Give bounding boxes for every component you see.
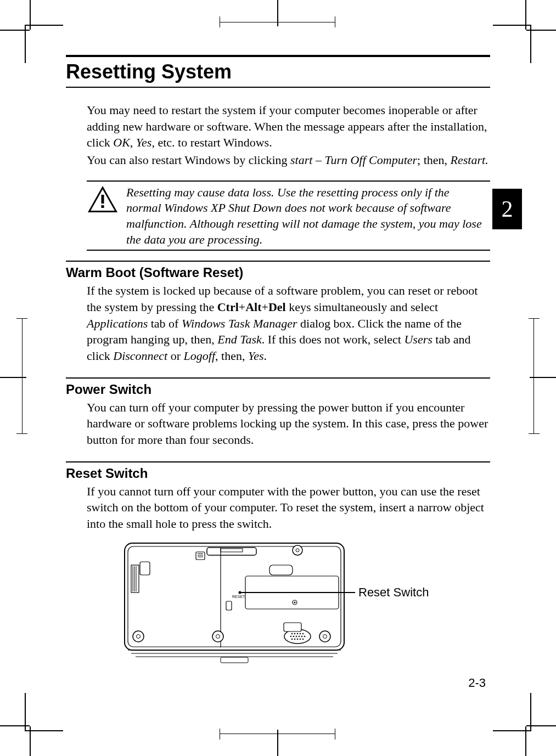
text-italic: Yes bbox=[136, 136, 152, 149]
text-italic: Users bbox=[404, 332, 432, 346]
power-switch-body: You can turn off your computer by pressi… bbox=[87, 399, 490, 448]
text: , bbox=[130, 136, 136, 149]
text-bold: Del bbox=[268, 300, 286, 314]
svg-rect-10 bbox=[140, 562, 150, 575]
section-heading-warm-boot: Warm Boot (Software Reset) bbox=[66, 261, 490, 280]
cropmark bbox=[529, 433, 540, 434]
text-bold: Ctrl bbox=[217, 300, 239, 314]
text: ; then, bbox=[417, 153, 451, 167]
text-italic: Yes bbox=[248, 349, 264, 363]
svg-rect-2 bbox=[102, 195, 104, 204]
section-heading-reset-switch: Reset Switch bbox=[66, 461, 490, 481]
page: 2 Resetting System You may need to resta… bbox=[0, 0, 556, 756]
laptop-bottom-diagram: RESET Reset Switch bbox=[66, 538, 490, 672]
warning-note: Resetting may cause data loss. Use the r… bbox=[87, 180, 490, 251]
svg-point-29 bbox=[294, 633, 295, 634]
intro-paragraph-1: You may need to restart the system if yo… bbox=[87, 102, 490, 151]
intro-body: You may need to restart the system if yo… bbox=[87, 102, 490, 251]
warning-icon bbox=[87, 185, 119, 213]
section-heading-power-switch: Power Switch bbox=[66, 377, 490, 397]
cropmark bbox=[335, 16, 335, 27]
svg-point-41 bbox=[297, 639, 298, 640]
warning-text: Resetting may cause data loss. Use the r… bbox=[126, 185, 490, 247]
reset-switch-body: If you cannot turn off your computer wit… bbox=[87, 483, 490, 532]
text-italic: Restart. bbox=[451, 153, 488, 167]
svg-point-33 bbox=[290, 636, 291, 637]
svg-rect-52 bbox=[221, 657, 248, 663]
svg-point-34 bbox=[293, 636, 294, 637]
svg-point-22 bbox=[136, 634, 140, 638]
cropmark bbox=[25, 693, 63, 731]
text-italic: Applications bbox=[87, 317, 148, 330]
svg-rect-12 bbox=[221, 549, 243, 552]
cropmark bbox=[25, 25, 63, 63]
svg-point-40 bbox=[294, 639, 295, 640]
cropmark bbox=[493, 693, 531, 731]
svg-rect-3 bbox=[102, 205, 104, 208]
text: + bbox=[262, 300, 268, 314]
intro-paragraph-2: You can also restart Windows by clicking… bbox=[87, 152, 490, 168]
text: + bbox=[239, 300, 245, 314]
svg-point-24 bbox=[216, 634, 220, 638]
text: . bbox=[263, 349, 267, 363]
text-italic: start – Turn Off Computer bbox=[290, 153, 417, 167]
text-italic: OK bbox=[113, 136, 130, 149]
svg-point-45 bbox=[238, 591, 241, 594]
svg-point-26 bbox=[323, 634, 327, 638]
cropmark bbox=[220, 734, 335, 734]
svg-point-48 bbox=[294, 601, 295, 603]
text: tab of bbox=[148, 317, 182, 330]
text-bold: Alt bbox=[245, 300, 261, 314]
content-area: Resetting System You may need to restart… bbox=[66, 55, 490, 696]
cropmark bbox=[220, 729, 220, 740]
page-number: 2-3 bbox=[468, 676, 486, 690]
text-italic: End Task bbox=[217, 332, 261, 346]
svg-point-35 bbox=[296, 636, 297, 637]
svg-point-39 bbox=[291, 639, 293, 640]
cropmark bbox=[220, 22, 335, 22]
svg-point-30 bbox=[297, 633, 298, 634]
svg-point-42 bbox=[300, 639, 301, 640]
svg-point-38 bbox=[304, 636, 305, 637]
text-italic: Logoff bbox=[184, 349, 215, 363]
text: You can also restart Windows by clicking bbox=[87, 153, 290, 167]
text: . If this does not work, select bbox=[262, 332, 405, 346]
text-italic: Disconnect bbox=[113, 349, 167, 363]
text-italic: Windows Task Manager bbox=[182, 317, 297, 330]
text: keys simultaneously and select bbox=[286, 300, 438, 314]
cropmark bbox=[220, 16, 220, 27]
cropmark bbox=[493, 25, 531, 63]
cropmark bbox=[335, 729, 335, 740]
svg-point-28 bbox=[291, 633, 293, 634]
cropmark bbox=[16, 318, 27, 319]
text: , then, bbox=[215, 349, 248, 363]
reset-switch-callout: Reset Switch bbox=[358, 585, 429, 599]
cropmark bbox=[22, 318, 23, 433]
svg-rect-46 bbox=[226, 601, 232, 610]
warm-boot-body: If the system is locked up because of a … bbox=[87, 283, 490, 364]
svg-point-43 bbox=[302, 639, 304, 640]
svg-rect-15 bbox=[196, 552, 205, 560]
svg-point-31 bbox=[300, 633, 301, 634]
svg-point-32 bbox=[302, 633, 304, 634]
chapter-number: 2 bbox=[502, 196, 513, 222]
svg-point-37 bbox=[301, 636, 302, 637]
heading-rule bbox=[66, 55, 490, 57]
svg-point-36 bbox=[299, 636, 300, 637]
cropmark bbox=[529, 318, 540, 319]
svg-rect-6 bbox=[131, 565, 139, 593]
svg-rect-44 bbox=[284, 623, 301, 631]
chapter-tab: 2 bbox=[492, 189, 522, 229]
text: , etc. to restart Windows. bbox=[151, 136, 272, 149]
cropmark bbox=[533, 318, 534, 433]
cropmark bbox=[16, 433, 27, 434]
svg-point-20 bbox=[296, 549, 299, 552]
text: or bbox=[167, 349, 183, 363]
page-title: Resetting System bbox=[66, 58, 490, 88]
reset-tiny-label: RESET bbox=[232, 595, 245, 599]
